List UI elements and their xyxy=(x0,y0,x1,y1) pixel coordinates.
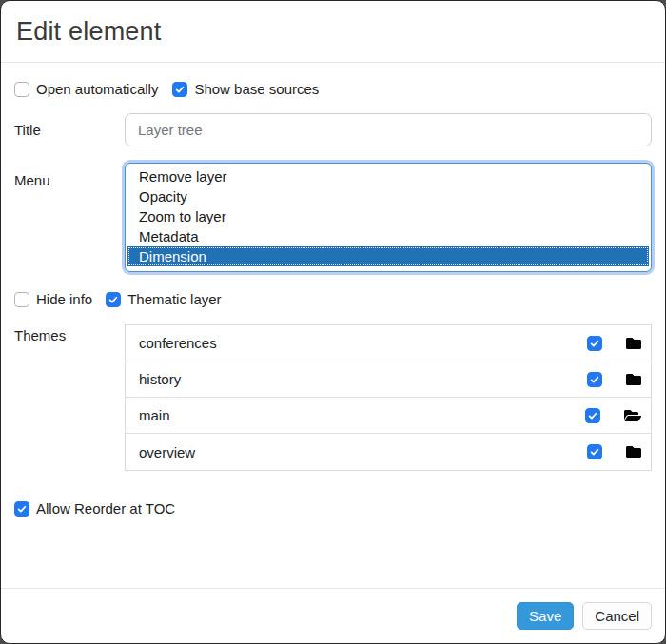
themes-table: conferences history xyxy=(125,324,652,471)
themes-field-row: Themes conferences history xyxy=(14,324,652,471)
allow-reorder-label: Allow Reorder at TOC xyxy=(36,500,175,517)
title-input[interactable] xyxy=(125,113,652,146)
hide-info-checkbox[interactable]: Hide info xyxy=(14,291,92,307)
folder-open-icon[interactable] xyxy=(624,408,641,423)
dialog-body: Open automatically Show base sources Tit… xyxy=(1,63,665,588)
dialog-header: Edit element xyxy=(1,1,665,63)
thematic-layer-checkbox[interactable]: Thematic layer xyxy=(106,291,221,307)
title-field-row: Title xyxy=(14,113,652,146)
edit-element-dialog: Edit element Open automatically Show bas… xyxy=(0,0,666,644)
menu-listbox[interactable]: Remove layer Opacity Zoom to layer Metad… xyxy=(125,163,652,272)
checkbox-checked-icon[interactable] xyxy=(172,82,187,97)
checkbox-unchecked-icon[interactable] xyxy=(14,82,29,97)
allow-reorder-checkbox[interactable]: Allow Reorder at TOC xyxy=(14,500,175,517)
theme-visible-checkbox[interactable] xyxy=(587,444,602,459)
theme-row: main xyxy=(126,398,651,434)
menu-field-row: Menu Remove layer Opacity Zoom to layer … xyxy=(14,163,652,272)
theme-name: main xyxy=(139,407,170,423)
theme-row: conferences xyxy=(126,325,651,361)
theme-name: overview xyxy=(139,444,195,460)
show-base-sources-checkbox[interactable]: Show base sources xyxy=(172,81,319,97)
allow-reorder-row: Allow Reorder at TOC xyxy=(14,500,652,517)
folder-icon[interactable] xyxy=(626,336,641,351)
themes-field-label: Themes xyxy=(14,324,125,343)
folder-icon[interactable] xyxy=(626,372,641,387)
show-base-sources-label: Show base sources xyxy=(194,81,319,97)
menu-option[interactable]: Zoom to layer xyxy=(127,206,649,226)
theme-row: history xyxy=(126,361,651,398)
theme-visible-checkbox[interactable] xyxy=(585,408,600,423)
thematic-layer-label: Thematic layer xyxy=(127,291,221,307)
menu-option[interactable]: Metadata xyxy=(127,226,649,246)
theme-visible-checkbox[interactable] xyxy=(587,372,602,387)
checkbox-checked-icon[interactable] xyxy=(14,501,29,517)
hide-info-label: Hide info xyxy=(36,291,92,307)
menu-option-selected[interactable]: Dimension xyxy=(127,246,649,266)
checkbox-checked-icon[interactable] xyxy=(106,292,121,307)
save-button[interactable]: Save xyxy=(517,602,574,630)
open-automatically-checkbox[interactable]: Open automatically xyxy=(14,81,158,97)
cancel-button[interactable]: Cancel xyxy=(582,602,652,630)
open-automatically-label: Open automatically xyxy=(36,81,158,97)
theme-visible-checkbox[interactable] xyxy=(587,336,602,351)
menu-option[interactable]: Opacity xyxy=(127,186,649,206)
checkbox-unchecked-icon[interactable] xyxy=(14,292,29,307)
theme-name: history xyxy=(139,371,181,387)
menu-option[interactable]: Remove layer xyxy=(127,166,649,186)
theme-row: overview xyxy=(126,434,651,470)
menu-field-label: Menu xyxy=(14,163,125,188)
info-options-row: Hide info Thematic layer xyxy=(14,291,652,307)
top-options-row: Open automatically Show base sources xyxy=(14,81,652,97)
theme-name: conferences xyxy=(139,335,217,351)
folder-icon[interactable] xyxy=(626,444,641,459)
dialog-footer: Save Cancel xyxy=(1,588,665,643)
dialog-title: Edit element xyxy=(16,17,650,47)
title-field-label: Title xyxy=(14,122,125,138)
